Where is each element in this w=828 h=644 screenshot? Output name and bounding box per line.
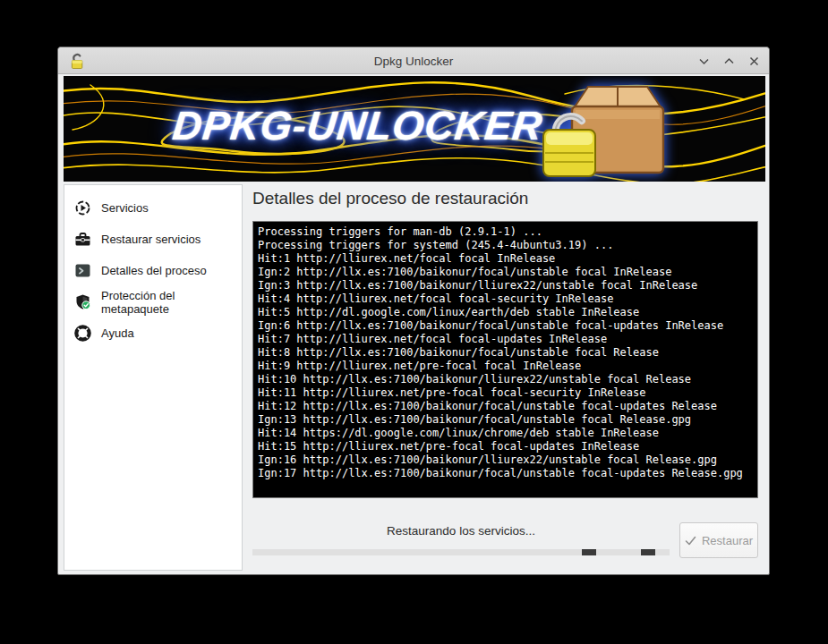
close-icon[interactable] bbox=[747, 55, 760, 67]
window-title: Dpkg Unlocker bbox=[58, 47, 769, 74]
sidebar-item-label: Protección del metapaquete bbox=[101, 289, 242, 316]
terminal-line: Hit:9 http://lliurex.net/pre-focal focal… bbox=[258, 360, 753, 373]
terminal-line: Ign:3 http://llx.es:7100/baikonur/lliure… bbox=[258, 279, 753, 292]
sidebar-item-servicios[interactable]: Servicios bbox=[64, 192, 242, 224]
terminal-line: Ign:6 http://llx.es:7100/baikonur/focal/… bbox=[258, 319, 753, 333]
dpkg-unlocker-window: Dpkg Unlocker bbox=[57, 47, 770, 575]
progress-chunk bbox=[582, 549, 595, 555]
banner-title: DPKG-UNLOCKER bbox=[170, 103, 544, 149]
shield-check-icon bbox=[74, 293, 91, 310]
terminal-line: Ign:2 http://llx.es:7100/baikonur/focal/… bbox=[258, 266, 753, 279]
progress-chunk bbox=[641, 549, 654, 555]
toolbox-icon bbox=[74, 231, 91, 248]
sidebar-item-detalles-del-proceso[interactable]: Detalles del proceso bbox=[64, 255, 242, 286]
terminal-line: Ign:17 http://llx.es:7100/baikonur/focal… bbox=[258, 467, 753, 480]
terminal-line: Processing triggers for systemd (245.4-4… bbox=[258, 239, 753, 252]
terminal-line: Hit:14 https://dl.google.com/linux/chrom… bbox=[258, 427, 753, 440]
terminal-icon bbox=[74, 262, 91, 279]
sidebar-item-proteccion-metapaquete[interactable]: Protección del metapaquete bbox=[64, 286, 242, 318]
banner: DPKG-UNLOCKER bbox=[64, 76, 765, 182]
check-icon bbox=[685, 535, 696, 547]
terminal-line: Processing triggers for man-db (2.9.1-1)… bbox=[258, 225, 753, 239]
terminal-line: Hit:5 http://dl.google.com/linux/earth/d… bbox=[258, 306, 753, 319]
minimize-icon[interactable] bbox=[697, 55, 710, 67]
titlebar[interactable]: Dpkg Unlocker bbox=[58, 47, 769, 74]
sidebar-item-label: Detalles del proceso bbox=[101, 264, 207, 277]
sidebar-item-ayuda[interactable]: Ayuda bbox=[64, 318, 242, 349]
terminal-line: Hit:4 http://lliurex.net/focal focal-sec… bbox=[258, 292, 753, 306]
terminal-line: Hit:12 http://llx.es:7100/baikonur/focal… bbox=[258, 400, 753, 413]
lifebuoy-icon bbox=[74, 325, 91, 342]
page-title: Detalles del proceso de restauración bbox=[252, 189, 528, 208]
sidebar-item-label: Ayuda bbox=[101, 326, 134, 340]
terminal-line: Ign:16 http://llx.es:7100/baikonur/lliur… bbox=[258, 453, 753, 467]
services-icon bbox=[74, 199, 91, 216]
terminal-line: Ign:13 http://llx.es:7100/baikonur/focal… bbox=[258, 413, 753, 427]
package-lock-icon bbox=[536, 78, 669, 182]
restore-button[interactable]: Restaurar bbox=[679, 522, 758, 558]
maximize-icon[interactable] bbox=[722, 55, 735, 67]
terminal-line: Hit:15 http://lliurex.net/pre-focal foca… bbox=[258, 440, 753, 453]
sidebar: Servicios Restaurar servicios Detalles d… bbox=[64, 184, 243, 571]
terminal-line: Hit:10 http://llx.es:7100/baikonur/lliur… bbox=[258, 373, 753, 386]
terminal-line: Hit:7 http://lliurex.net/focal focal-upd… bbox=[258, 333, 753, 346]
terminal-line: Hit:1 http://lliurex.net/focal focal InR… bbox=[258, 252, 753, 266]
progress-bar bbox=[252, 549, 670, 555]
restore-button-label: Restaurar bbox=[702, 534, 753, 547]
sidebar-item-restaurar-servicios[interactable]: Restaurar servicios bbox=[64, 224, 242, 255]
sidebar-item-label: Servicios bbox=[101, 201, 149, 215]
process-log-terminal[interactable]: Processing triggers for man-db (2.9.1-1)… bbox=[252, 221, 758, 498]
terminal-line: Hit:11 http://lliurex.net/pre-focal foca… bbox=[258, 386, 753, 400]
sidebar-item-label: Restaurar servicios bbox=[101, 233, 201, 246]
status-text: Restaurando los servicios... bbox=[252, 524, 670, 538]
terminal-line: Hit:8 http://llx.es:7100/baikonur/focal/… bbox=[258, 346, 753, 360]
